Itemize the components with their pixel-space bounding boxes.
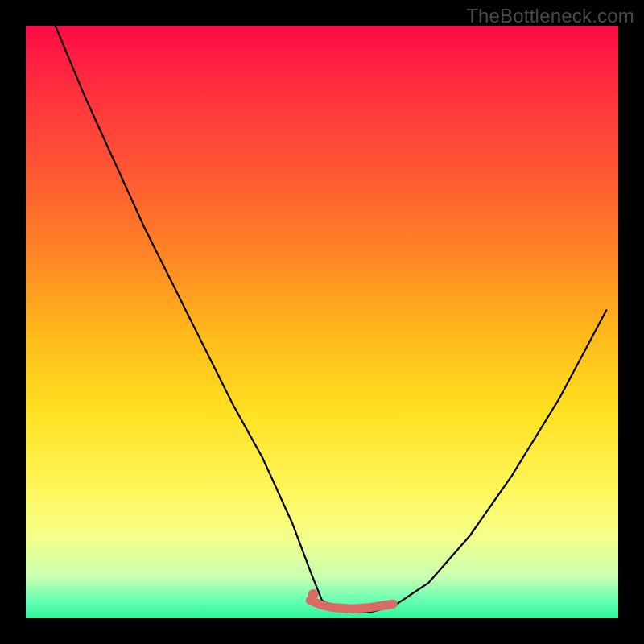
chart-svg [26, 26, 618, 618]
watermark-text: TheBottleneck.com [466, 5, 634, 27]
flat-bottom-highlight [310, 601, 393, 609]
bottleneck-curve [56, 26, 607, 613]
flat-start-dot [308, 589, 319, 600]
chart-plot-area [26, 26, 618, 618]
chart-frame: TheBottleneck.com [0, 0, 644, 644]
